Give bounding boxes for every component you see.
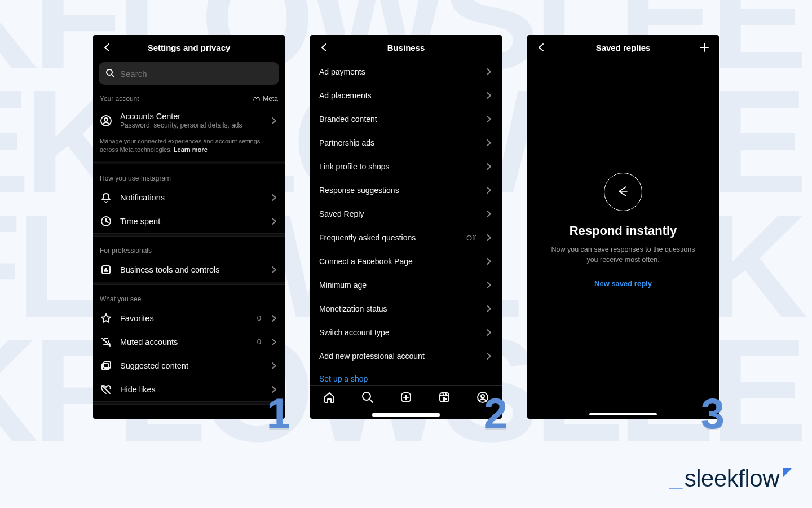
account-note: Manage your connected experiences and ac…	[93, 135, 285, 161]
home-indicator	[589, 413, 657, 415]
back-button[interactable]	[99, 39, 116, 56]
empty-state-heading: Respond instantly	[570, 224, 677, 238]
chevron-right-icon	[485, 352, 493, 360]
svg-marker-9	[102, 314, 111, 322]
svg-point-14	[363, 392, 370, 400]
business-row[interactable]: Ad placements	[310, 84, 502, 107]
business-row[interactable]: Connect a Facebook Page	[310, 249, 502, 273]
chevron-right-icon	[485, 91, 493, 99]
row-label: Add new professional account	[319, 352, 477, 361]
star-icon	[100, 313, 112, 324]
chevron-right-icon	[485, 139, 493, 147]
logo-triangle-icon	[783, 468, 792, 478]
meta-icon	[253, 96, 261, 102]
tab-create[interactable]	[400, 391, 412, 405]
chevron-right-icon	[270, 217, 278, 225]
heart-off-icon	[100, 384, 112, 395]
row-business-tools[interactable]: Business tools and controls	[93, 258, 285, 282]
row-accounts-center[interactable]: Accounts Center Password, security, pers…	[93, 106, 285, 135]
row-label: Branded content	[319, 115, 477, 124]
header: Settings and privacy	[93, 35, 285, 60]
search-input[interactable]	[99, 62, 279, 85]
learn-more-link[interactable]: Learn more	[174, 146, 208, 153]
business-row[interactable]: Saved Reply	[310, 202, 502, 226]
row-label: Saved Reply	[319, 209, 477, 218]
photos-icon	[100, 360, 112, 371]
section-what-you-see: What you see	[93, 285, 285, 306]
row-suggested-content[interactable]: Suggested content	[93, 354, 285, 378]
chevron-right-icon	[485, 210, 493, 218]
new-saved-reply-link[interactable]: New saved reply	[594, 279, 652, 288]
search-field[interactable]	[120, 69, 272, 78]
screenshot-business: Business Ad paymentsAd placementsBranded…	[310, 35, 502, 419]
empty-state-sub: Now you can save responses to the questi…	[550, 245, 696, 265]
setup-shop-link[interactable]: Set up a shop	[310, 368, 502, 385]
row-label: Switch account type	[319, 328, 477, 337]
chevron-right-icon	[485, 257, 493, 265]
row-muted-accounts[interactable]: Muted accounts 0	[93, 330, 285, 354]
row-label: Response suggestions	[319, 186, 477, 195]
svg-line-15	[370, 400, 373, 402]
row-label: Frequently asked questions	[319, 233, 458, 242]
row-value: Off	[466, 234, 476, 242]
add-button[interactable]	[695, 38, 713, 56]
row-label: Link profile to shops	[319, 162, 477, 171]
section-how-you-use: How you use Instagram	[93, 164, 285, 186]
svg-rect-12	[104, 362, 111, 368]
business-row[interactable]: Frequently asked questionsOff	[310, 226, 502, 249]
business-row[interactable]: Switch account type	[310, 321, 502, 344]
tab-reels[interactable]	[438, 391, 451, 405]
row-label: Minimum age	[319, 281, 477, 290]
row-hide-likes[interactable]: Hide likes	[93, 378, 285, 401]
section-for-professionals: For professionals	[93, 237, 285, 258]
back-button[interactable]	[316, 39, 333, 56]
bell-icon	[100, 192, 112, 203]
screenshot-saved-replies: Saved replies Respond instantly Now you …	[527, 35, 719, 419]
section-your-account: Your account Meta	[93, 85, 285, 106]
svg-rect-11	[102, 364, 109, 370]
business-row[interactable]: Add new professional account	[310, 344, 502, 368]
chevron-right-icon	[485, 281, 493, 289]
row-label: Monetization status	[319, 304, 477, 313]
page-title: Settings and privacy	[148, 43, 231, 52]
row-favorites[interactable]: Favorites 0	[93, 306, 285, 330]
business-row[interactable]: Ad payments	[310, 60, 502, 84]
page-title: Business	[387, 43, 425, 52]
tab-search[interactable]	[361, 391, 374, 405]
chevron-right-icon	[270, 338, 278, 346]
chevron-right-icon	[485, 186, 493, 194]
back-button[interactable]	[533, 39, 550, 56]
svg-line-1	[112, 75, 114, 77]
chevron-right-icon	[270, 362, 278, 370]
business-row[interactable]: Response suggestions	[310, 178, 502, 202]
search-icon	[105, 68, 114, 79]
business-row[interactable]: Partnership ads	[310, 131, 502, 155]
clock-icon	[100, 216, 112, 227]
screenshot-settings-privacy: Settings and privacy Your account Meta A…	[93, 35, 285, 419]
row-time-spent[interactable]: Time spent	[93, 209, 285, 233]
chevron-right-icon	[485, 329, 493, 336]
chevron-right-icon	[485, 305, 493, 313]
chevron-right-icon	[485, 115, 493, 123]
business-row[interactable]: Minimum age	[310, 273, 502, 297]
tab-home[interactable]	[323, 391, 336, 405]
chevron-right-icon	[270, 117, 278, 125]
page-title: Saved replies	[596, 43, 651, 52]
step-number-1: 1	[267, 389, 290, 438]
step-number-3: 3	[701, 389, 725, 438]
business-row[interactable]: Branded content	[310, 107, 502, 131]
svg-marker-23	[443, 397, 447, 401]
row-notifications[interactable]: Notifications	[93, 186, 285, 209]
row-label: Ad placements	[319, 91, 477, 100]
row-label: Ad payments	[319, 67, 477, 76]
header: Saved replies	[527, 35, 719, 60]
header: Business	[310, 35, 502, 60]
chevron-right-icon	[270, 314, 278, 322]
business-row[interactable]: Link profile to shops	[310, 155, 502, 178]
tab-bar	[310, 385, 502, 411]
business-row[interactable]: Monetization status	[310, 297, 502, 321]
chevron-right-icon	[485, 163, 493, 170]
meta-brand: Meta	[253, 95, 278, 103]
reply-icon	[604, 173, 642, 211]
bell-off-icon	[100, 336, 112, 348]
